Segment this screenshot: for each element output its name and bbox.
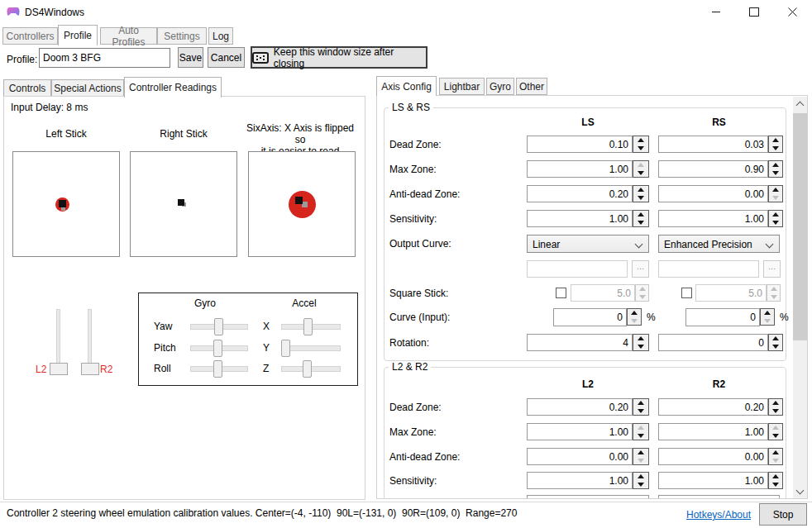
spin-down-button[interactable] [633,343,648,351]
spin-up-button[interactable] [769,186,782,194]
tab-settings[interactable]: Settings [157,27,207,45]
numeric-field[interactable]: 0.20 [658,398,768,416]
spin-down-button[interactable] [769,457,782,465]
square-stick-checkbox[interactable] [556,288,566,298]
numeric-field[interactable]: 0.20 [527,185,633,202]
numeric-field[interactable]: 1.00 [658,423,768,440]
minimize-button[interactable] [697,0,735,23]
cancel-button[interactable]: Cancel [208,47,245,68]
spin-up-button[interactable] [769,136,782,145]
spin-buttons[interactable] [627,308,642,326]
spin-up-button[interactable] [769,335,782,343]
gyro-roll-slider-thumb[interactable] [213,360,222,378]
spin-buttons[interactable] [760,308,775,326]
spin-buttons[interactable] [768,472,783,489]
save-button[interactable]: Save [178,47,203,68]
hotkeys-about-link[interactable]: Hotkeys/About [686,509,751,521]
spin-up-button[interactable] [633,161,648,169]
tab-other[interactable]: Other [516,78,547,95]
spin-up-button[interactable] [633,473,648,481]
numeric-field[interactable]: 1.00 [527,423,633,440]
numeric-field[interactable]: 0.20 [527,398,633,416]
accel-z-slider-thumb[interactable] [303,360,312,378]
numeric-field[interactable]: 0.00 [527,448,633,465]
spin-buttons[interactable] [633,210,649,227]
accel-x-slider-thumb[interactable] [303,318,313,335]
tab-log[interactable]: Log [208,27,233,45]
spin-buttons[interactable] [633,136,649,153]
numeric-field[interactable]: 0.03 [658,136,768,153]
numeric-field[interactable]: 0 [658,334,768,351]
spin-down-button[interactable] [633,457,648,465]
numeric-field[interactable]: 0.90 [658,160,768,178]
numeric-field[interactable]: 1.00 [658,210,768,227]
spin-up-button[interactable] [633,136,648,145]
spin-up-button[interactable] [633,399,648,407]
numeric-field[interactable]: 1.00 [658,472,768,489]
spin-up-button[interactable] [769,399,782,407]
scroll-up-button[interactable] [793,97,807,111]
spin-buttons[interactable] [768,398,783,416]
spin-up-button[interactable] [628,309,641,317]
tab-controller-readings[interactable]: Controller Readings [124,77,222,98]
tab-gyro[interactable]: Gyro [486,78,514,95]
curve-input-field[interactable]: 0 [553,308,627,326]
numeric-field[interactable]: 1.00 [527,210,633,227]
spin-down-button[interactable] [633,145,648,153]
square-stick-checkbox[interactable] [681,288,692,298]
spin-up-button[interactable] [761,309,774,317]
spin-buttons[interactable] [633,160,649,178]
spin-buttons[interactable] [768,160,783,178]
numeric-field[interactable]: 4 [527,334,633,351]
stop-button[interactable]: Stop [759,503,807,526]
vertical-scrollbar[interactable] [793,97,807,498]
close-button[interactable] [773,0,811,23]
gyro-pitch-slider-thumb[interactable] [213,340,222,357]
tab-controllers[interactable]: Controllers [2,27,58,45]
spin-down-button[interactable] [633,194,648,202]
tab-lightbar[interactable]: Lightbar [439,78,485,95]
output-curve-dropdown[interactable]: Enhanced Precision [658,235,780,253]
tab-special-actions[interactable]: Special Actions [51,79,124,97]
numeric-field[interactable]: 0.00 [658,185,768,202]
spin-down-button[interactable] [769,194,782,202]
maximize-button[interactable] [735,0,773,23]
spin-down-button[interactable] [769,145,782,153]
curve-input-field[interactable]: 0 [685,308,760,326]
tab-axis-config[interactable]: Axis Config [376,76,437,96]
spin-buttons[interactable] [633,185,649,202]
spin-down-button[interactable] [633,432,648,440]
spin-down-button[interactable] [769,219,782,227]
spin-up-button[interactable] [633,424,648,432]
spin-buttons[interactable] [633,398,649,416]
spin-buttons[interactable] [768,423,783,440]
spin-buttons[interactable] [633,334,649,351]
spin-up-button[interactable] [769,424,782,432]
spin-down-button[interactable] [769,407,782,416]
spin-down-button[interactable] [633,481,648,489]
spin-up-button[interactable] [633,335,648,343]
spin-down-button[interactable] [761,317,774,326]
profile-name-input[interactable] [39,48,170,68]
spin-down-button[interactable] [769,169,782,178]
numeric-field[interactable]: 0.10 [527,136,633,153]
spin-down-button[interactable] [633,169,648,178]
spin-down-button[interactable] [769,343,782,351]
spin-up-button[interactable] [633,449,648,457]
spin-buttons[interactable] [768,448,783,465]
spin-up-button[interactable] [769,161,782,169]
r2-slider-thumb[interactable] [81,363,99,375]
numeric-field[interactable]: 1.00 [527,160,633,178]
tab-controls[interactable]: Controls [3,79,51,97]
spin-buttons[interactable] [633,448,649,465]
spin-down-button[interactable] [633,407,648,416]
scroll-down-button[interactable] [793,484,807,498]
gyro-yaw-slider-thumb[interactable] [214,318,223,335]
spin-down-button[interactable] [769,481,782,489]
spin-up-button[interactable] [769,211,782,219]
spin-buttons[interactable] [768,210,783,227]
spin-buttons[interactable] [633,472,649,489]
numeric-field[interactable]: 0.00 [658,448,768,465]
spin-buttons[interactable] [633,423,649,440]
spin-down-button[interactable] [628,317,641,326]
